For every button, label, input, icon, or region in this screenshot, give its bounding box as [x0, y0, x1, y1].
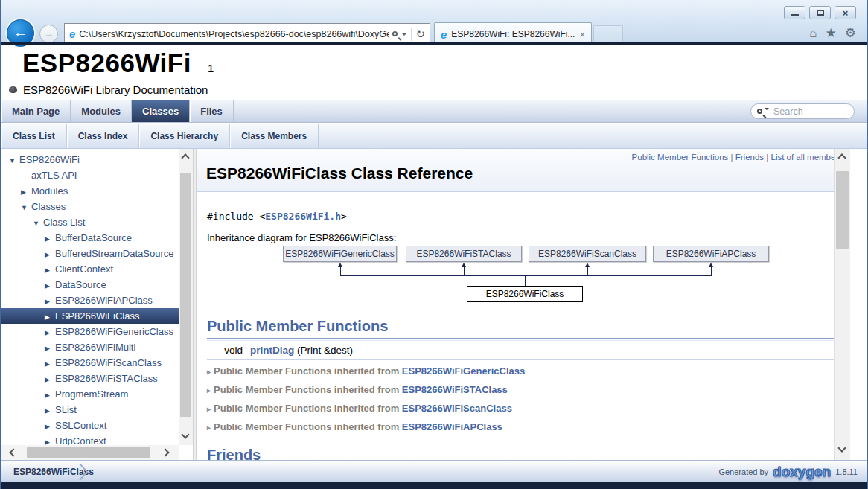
inherited-class-link[interactable]: ESP8266WiFiScanClass	[402, 403, 512, 414]
tree-item-esp8266wifimulti[interactable]: ▶ESP8266WiFiMulti	[1, 339, 179, 355]
subnav-tab-class-index[interactable]: Class Index	[67, 124, 140, 148]
forward-button[interactable]: →	[39, 25, 58, 43]
scroll-up-icon[interactable]	[837, 153, 846, 162]
tree-vertical-scrollbar[interactable]	[179, 149, 193, 445]
tree-right-arrow-icon[interactable]: ▶	[21, 185, 31, 200]
scroll-left-icon[interactable]	[9, 448, 17, 456]
diagram-box-esp8266wifistaclass[interactable]: ESP8266WiFiSTAClass	[406, 246, 522, 262]
inherited-class-link[interactable]: ESP8266WiFiGenericClass	[402, 365, 525, 377]
scroll-down-icon[interactable]	[181, 430, 189, 438]
tree-down-arrow-icon[interactable]: ▼	[21, 200, 31, 216]
tree-item-esp8266wifigenericclass[interactable]: ▶ESP8266WiFiGenericClass	[1, 324, 179, 339]
minimize-button[interactable]	[784, 6, 805, 19]
member-link-printdiag[interactable]: printDiag	[250, 345, 294, 356]
tree-item-slist[interactable]: ▶SList	[1, 402, 179, 418]
tree-scrollbar-thumb[interactable]	[180, 173, 191, 417]
tree-right-arrow-icon[interactable]: ▶	[45, 357, 55, 372]
tree-item-esp8266wifistaclass[interactable]: ▶ESP8266WiFiSTAClass	[1, 371, 179, 386]
summary-link-friends[interactable]: Friends	[735, 153, 764, 162]
home-icon[interactable]: ⌂	[809, 27, 817, 39]
project-brief: ESP8266WiFi Library Documentation	[23, 83, 208, 96]
inherited-section-esp8266wifigenericclass[interactable]: ▸Public Member Functions inherited from …	[207, 365, 840, 377]
content-vertical-scrollbar[interactable]	[834, 149, 850, 460]
inherited-section-esp8266wifiapclass[interactable]: ▸Public Member Functions inherited from …	[207, 421, 840, 432]
scroll-down-icon[interactable]	[837, 444, 846, 452]
tree-right-arrow-icon[interactable]: ▶	[45, 403, 55, 419]
subnav-tab-class-hierarchy[interactable]: Class Hierarchy	[139, 124, 230, 148]
address-bar[interactable]: e C:\Users\Krzysztof\Documents\Projects\…	[64, 23, 430, 45]
address-text[interactable]: C:\Users\Krzysztof\Documents\Projects\es…	[79, 29, 389, 39]
tree-item-bufferedstreamdatasource[interactable]: ▶BufferedStreamDataSource	[1, 246, 179, 261]
nav-tab-files[interactable]: Files	[190, 100, 234, 122]
tree-item-esp8266wifiscanclass[interactable]: ▶ESP8266WiFiScanClass	[1, 355, 179, 371]
inherited-section-esp8266wifistaclass[interactable]: ▸Public Member Functions inherited from …	[207, 384, 840, 395]
tree-right-arrow-icon[interactable]: ▶	[45, 263, 55, 278]
doxygen-version: 1.8.11	[835, 467, 858, 476]
include-file-link[interactable]: ESP8266WiFi.h	[265, 211, 341, 222]
scroll-up-icon[interactable]	[181, 153, 189, 162]
tree-item-class-list[interactable]: ▼Class List	[1, 214, 179, 230]
tree-item-clientcontext[interactable]: ▶ClientContext	[1, 261, 179, 277]
generated-by-label: Generated by	[718, 467, 768, 476]
tab-close-icon[interactable]: ×	[579, 30, 585, 39]
tree-item-esp8266wifi[interactable]: ▼ESP8266WiFi	[1, 152, 179, 167]
maximize-button[interactable]	[809, 6, 831, 19]
close-button[interactable]: ×	[835, 6, 856, 19]
address-dropdown-icon[interactable]	[401, 33, 407, 36]
scroll-right-icon[interactable]	[161, 448, 169, 456]
inherited-section-esp8266wifiscanclass[interactable]: ▸Public Member Functions inherited from …	[207, 403, 840, 414]
tree-right-arrow-icon[interactable]: ▶	[45, 294, 55, 310]
tree-down-arrow-icon[interactable]: ▼	[9, 153, 19, 169]
tree-right-arrow-icon[interactable]: ▶	[45, 435, 55, 445]
nav-tab-main-page[interactable]: Main Page	[1, 100, 71, 122]
tree-right-arrow-icon[interactable]: ▶	[45, 388, 55, 403]
tree-down-arrow-icon[interactable]: ▼	[33, 216, 43, 231]
tree-item-bufferdatasource[interactable]: ▶BufferDataSource	[1, 230, 179, 246]
tree-right-arrow-icon[interactable]: ▶	[45, 372, 55, 388]
ie-favicon: e	[69, 28, 75, 39]
subnav-tab-class-list[interactable]: Class List	[1, 124, 67, 148]
inherited-class-link[interactable]: ESP8266WiFiSTAClass	[402, 384, 508, 395]
tree-right-arrow-icon[interactable]: ▶	[45, 310, 55, 325]
tree-right-arrow-icon[interactable]: ▶	[45, 419, 55, 435]
summary-link-public-member-functions[interactable]: Public Member Functions	[632, 153, 729, 162]
content-scrollbar-thumb[interactable]	[836, 171, 849, 249]
search-icon[interactable]	[757, 109, 762, 114]
tree-item-sslcontext[interactable]: ▶SSLContext	[1, 418, 179, 433]
favorites-star-icon[interactable]: ★	[826, 27, 837, 39]
tree-item-progmemstream[interactable]: ▶ProgmemStream	[1, 386, 179, 402]
refresh-icon[interactable]: ↻	[415, 28, 425, 39]
tab-title: ESP8266WiFi: ESP8266WiFi...	[451, 29, 575, 39]
nav-tab-classes[interactable]: Classes	[132, 100, 190, 122]
footer-bar: ESP8266WiFiClass Generated by doxygen 1.…	[1, 460, 867, 482]
tree-hscrollbar-thumb[interactable]	[27, 447, 150, 458]
tree-right-arrow-icon[interactable]: ▶	[45, 231, 55, 247]
doxygen-logo[interactable]: doxygen	[773, 464, 831, 480]
diagram-box-esp8266wifiscanclass[interactable]: ESP8266WiFiScanClass	[529, 246, 646, 262]
forward-arrow-icon: →	[44, 28, 54, 39]
subnav-tab-class-members[interactable]: Class Members	[230, 124, 319, 148]
nav-tab-modules[interactable]: Modules	[71, 100, 132, 122]
diagram-box-esp8266wifiapclass[interactable]: ESP8266WiFiAPClass	[653, 246, 769, 262]
content-header: Public Member Functions | Friends | List…	[197, 149, 850, 192]
tree-item-esp8266wificlass[interactable]: ▶ESP8266WiFiClass	[1, 308, 179, 324]
summary-link-list-of-all-members[interactable]: List of all members	[770, 153, 843, 162]
tree-item-datasource[interactable]: ▶DataSource	[1, 277, 179, 293]
tree-right-arrow-icon[interactable]: ▶	[45, 247, 55, 263]
tree-right-arrow-icon[interactable]: ▶	[45, 278, 55, 294]
settings-gear-icon[interactable]: ⚙	[845, 27, 856, 39]
tree-horizontal-scrollbar[interactable]	[1, 445, 179, 460]
search-caret-icon[interactable]	[765, 108, 769, 110]
tree-item-esp8266wifiapclass[interactable]: ▶ESP8266WiFiAPClass	[1, 293, 179, 308]
search-box[interactable]: Search	[750, 103, 855, 119]
tree-item-udpcontext[interactable]: ▶UdpContext	[1, 433, 179, 445]
tree-right-arrow-icon[interactable]: ▶	[45, 341, 55, 357]
diagram-box-esp8266wifigenericclass[interactable]: ESP8266WiFiGenericClass	[283, 246, 397, 262]
tree-item-modules[interactable]: ▶Modules	[1, 183, 179, 199]
tree-right-arrow-icon[interactable]: ▶	[45, 325, 55, 341]
inherited-class-link[interactable]: ESP8266WiFiAPClass	[402, 421, 502, 432]
tree-item-axtls-api[interactable]: axTLS API	[1, 167, 179, 183]
tree-item-classes[interactable]: ▼Classes	[1, 199, 179, 214]
address-search-icon[interactable]	[392, 31, 398, 36]
inherited-prefix: Public Member Functions inherited from	[214, 403, 402, 414]
